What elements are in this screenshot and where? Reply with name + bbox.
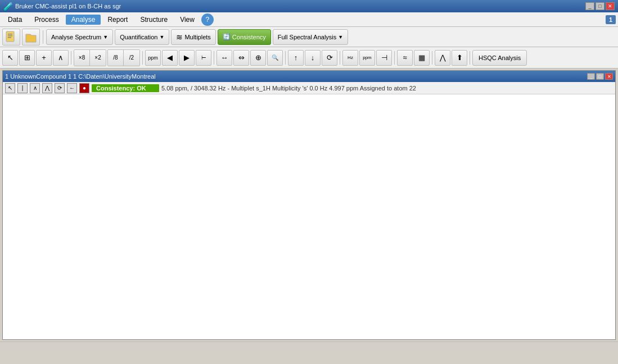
menu-process[interactable]: Process [29, 15, 64, 25]
inner-window: 1 UnknownCompound 1 1 C:\Daten\Universit… [2, 70, 616, 340]
grid-icon[interactable]: ▦ [414, 50, 430, 66]
status-pointer-icon[interactable]: ↖ [5, 83, 15, 93]
menu-view[interactable]: View [174, 15, 200, 25]
multiplets-button[interactable]: ≋ Multiplets [171, 29, 215, 45]
file-icon[interactable] [2, 29, 20, 46]
sep7 [394, 51, 395, 65]
div2-button[interactable]: /2 [124, 50, 139, 66]
compress-h-icon[interactable]: ⇔ [233, 50, 249, 66]
minimize-button[interactable]: _ [585, 2, 594, 10]
menu-analyse[interactable]: Analyse [66, 15, 101, 25]
expand-h-icon[interactable]: ↔ [216, 50, 232, 66]
peak2-icon[interactable]: ⋀ [435, 50, 450, 66]
menu-report[interactable]: Report [102, 15, 133, 25]
full-spectral-analysis-button[interactable]: Full Spectral Analysis ▼ [273, 29, 348, 45]
quantification-arrow: ▼ [159, 34, 164, 40]
inner-title-bar: 1 UnknownCompound 1 1 C:\Daten\Universit… [3, 71, 615, 82]
quantification-label: Quantification [120, 34, 157, 40]
up-arrow-icon[interactable]: ⬆ [452, 50, 467, 66]
sep5 [285, 51, 286, 65]
x8-button[interactable]: ×8 [74, 50, 90, 66]
inner-minimize-button[interactable]: _ [587, 73, 595, 80]
crosshair-icon[interactable]: ⊞ [19, 50, 35, 66]
sep9 [470, 51, 470, 65]
menu-items: Data Process Analyse Report Structure Vi… [2, 13, 214, 26]
status-details: 5.08 ppm, / 3048.32 Hz - Multiplet s_1H … [161, 85, 416, 92]
sep2 [71, 51, 71, 65]
rotate-icon[interactable]: ⟳ [322, 50, 337, 66]
arrow-right-icon[interactable]: ▶ [179, 50, 195, 66]
divider-group: /8 /2 [107, 49, 140, 66]
hsqc-button[interactable]: HSQC Analysis [472, 50, 527, 66]
analyse-spectrum-arrow: ▼ [103, 34, 108, 40]
svg-rect-2 [8, 35, 12, 37]
peak-icon[interactable]: ∧ [53, 50, 69, 66]
menu-help[interactable]: ? [201, 13, 214, 26]
consistency-label: Consistency [232, 34, 266, 40]
move-icon[interactable]: ⊕ [250, 50, 266, 66]
inner-window-controls: _ □ ✕ [587, 73, 613, 80]
ppm-icon[interactable]: ppm [145, 50, 161, 66]
arrow-left-icon[interactable]: ◀ [162, 50, 178, 66]
consistency-status: Consistency: OK [92, 84, 159, 92]
analyse-spectrum-button[interactable]: Analyse Spectrum ▼ [46, 29, 113, 45]
multiplets-icon: ≋ [176, 33, 183, 42]
inner-maximize-button[interactable]: □ [596, 73, 604, 80]
div8-button[interactable]: /8 [108, 50, 124, 66]
consistency-button[interactable]: 🔄 Consistency [218, 29, 271, 45]
full-spectral-arrow: ▼ [338, 34, 343, 40]
sep6 [340, 51, 340, 65]
x2-button[interactable]: ×2 [90, 50, 106, 66]
zoom-rect-icon[interactable]: 🔍 [267, 50, 283, 66]
menu-structure[interactable]: Structure [134, 15, 173, 25]
sep8 [432, 51, 432, 65]
svg-rect-3 [8, 37, 11, 38]
status-zoom-icon[interactable]: ⋀ [42, 83, 52, 93]
inner-title-text: 1 UnknownCompound 1 1 C:\Daten\Universit… [5, 73, 156, 80]
full-spectral-analysis-label: Full Spectral Analysis [278, 34, 337, 40]
close-button[interactable]: ✕ [606, 2, 615, 10]
toolbar1: Analyse Spectrum ▼ Quantification ▼ ≋ Mu… [0, 27, 618, 47]
menu-bar: Data Process Analyse Report Structure Vi… [0, 12, 618, 27]
pointer-icon[interactable]: ↖ [2, 50, 18, 66]
expand-v-up-icon[interactable]: ↑ [288, 50, 304, 66]
multiplier-group: ×8 ×2 [74, 49, 106, 66]
hz-icon[interactable]: Hz [342, 50, 358, 66]
status-bar: ↖ | ∧ ⋀ ⟳ ← ● Consistency: OK 5.08 ppm, … [3, 82, 615, 94]
ppm2-icon[interactable]: ppm [359, 50, 375, 66]
sep4 [214, 51, 214, 65]
nav-icon[interactable]: ⊢ [196, 50, 211, 66]
title-text: Bruker CMC-assist pl1 on B-CH as sgr [15, 3, 121, 10]
status-peak-icon[interactable]: ∧ [30, 83, 40, 93]
title-bar: 🧪 Bruker CMC-assist pl1 on B-CH as sgr _… [0, 0, 618, 12]
expand-v-down-icon[interactable]: ↓ [305, 50, 321, 66]
status-rotate-icon[interactable]: ⟳ [55, 83, 65, 93]
bottom-status-bar [0, 342, 618, 353]
inner-close-button[interactable]: ✕ [605, 73, 613, 80]
svg-rect-0 [6, 31, 14, 42]
consistency-icon: 🔄 [223, 33, 231, 40]
nav2-icon[interactable]: ⊣ [376, 50, 392, 66]
zoom-icon[interactable]: + [36, 50, 52, 66]
quantification-button[interactable]: Quantification ▼ [115, 29, 169, 45]
separator1 [43, 30, 43, 44]
multiplets-label: Multiplets [184, 34, 210, 40]
analyse-spectrum-label: Analyse Spectrum [51, 34, 101, 40]
window-controls: _ □ ✕ [585, 2, 615, 10]
status-color-icon[interactable]: ● [79, 83, 89, 93]
toolbar2: ↖ ⊞ + ∧ ×8 ×2 /8 /2 ppm ◀ ▶ ⊢ ↔ ⇔ ⊕ 🔍 ↑ … [0, 47, 618, 69]
status-line-icon[interactable]: | [17, 83, 28, 93]
sep3 [142, 51, 143, 65]
maximize-button[interactable]: □ [596, 2, 605, 10]
menu-data[interactable]: Data [2, 15, 28, 25]
menu-badge: 1 [606, 15, 616, 24]
app-icon: 🧪 [3, 2, 13, 11]
spectrum-icon[interactable]: ≈ [397, 50, 413, 66]
open-icon[interactable] [22, 29, 40, 46]
status-back-icon[interactable]: ← [67, 83, 77, 93]
svg-rect-1 [8, 34, 12, 35]
